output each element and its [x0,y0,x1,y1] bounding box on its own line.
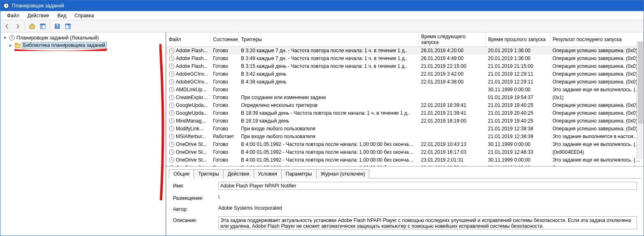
task-row[interactable]: AMDLinkUp...Готово30.11.1999 0:00:00Это … [166,86,644,94]
svg-rect-12 [15,43,18,44]
task-row[interactable]: AdobeGCInv...ГотовоВ 4:38 каждый день22.… [166,78,644,86]
task-row[interactable]: AdobeGCInv...ГотовоВ 3:42 каждый день22.… [166,70,644,78]
tab-triggers[interactable]: Триггеры [194,169,224,178]
svg-rect-1 [30,25,35,29]
task-row[interactable]: CreateExplor...ГотовоПри создании или из… [166,94,644,102]
col-state[interactable]: Состояние [210,32,238,47]
menu-view[interactable]: Вид [53,12,70,19]
task-row[interactable]: OneDrive St...ГотовоВ 4:00 01.05.1992 - … [166,141,644,148]
clock-icon [169,149,175,155]
tab-conditions[interactable]: Условия [254,169,282,178]
tabs: Общие Триггеры Действия Условия Параметр… [169,169,641,178]
clock-icon [169,141,175,147]
author-label: Автор: [173,205,218,212]
action-button[interactable] [63,21,73,31]
tree-library-label: Библиотека планировщика заданий [22,42,106,48]
task-row[interactable]: MindManag...ГотовоВ 16:19 каждый день22.… [166,117,644,125]
task-row[interactable]: GoogleUpda...ГотовоОпределено несколько … [166,102,644,109]
tab-history[interactable]: Журнал (отключен) [316,169,370,178]
task-row[interactable]: Adobe Flash...ГотовоВ 3:15 каждый день -… [166,62,644,70]
task-row[interactable]: ModifyLink...ГотовоПри входе любого поль… [166,125,644,133]
annotation-curve [159,44,166,200]
clock-icon [169,134,175,139]
svg-rect-8 [65,24,70,25]
name-label: Имя: [173,182,218,189]
svg-rect-3 [40,24,45,25]
description-label: Описание: [173,216,218,223]
expand-icon[interactable]: ▸ [9,42,14,48]
tab-actions[interactable]: Действия [223,169,254,178]
svg-text:?: ? [56,23,58,29]
task-row[interactable]: OneDrive St...ГотовоВ 4:00 01.05.1992 - … [166,164,644,167]
tree-panel: ▾ Планировщик заданий (Локальный) ▸ Библ… [0,32,166,236]
name-field[interactable] [218,182,637,190]
col-file[interactable]: Файл [166,32,210,47]
description-field[interactable] [218,216,637,229]
clock-icon [169,102,175,108]
col-triggers[interactable]: Триггеры [238,32,418,47]
tab-settings[interactable]: Параметры [281,169,317,178]
location-label: Размещение: [173,194,218,201]
panel-button[interactable] [38,21,48,31]
task-row[interactable]: MSIAfterbur...РаботаетПри входе любого п… [166,133,644,141]
app-icon [3,2,9,9]
svg-rect-4 [40,25,42,29]
task-row[interactable]: GoogleUpda...ГотовоВ 18:39 каждый день -… [166,109,644,117]
task-row[interactable]: Adobe Flash...ГотовоВ 3:20 каждые 7 дн. … [166,47,644,55]
vertical-scrollbar[interactable] [637,42,644,159]
tree-root[interactable]: ▾ Планировщик заданий (Локальный) [3,34,163,42]
annotation-underline [14,49,107,51]
clock-icon [169,165,175,167]
task-row[interactable]: OneDrive St...ГотовоВ 4:00 01.05.1992 - … [166,148,644,156]
col-lastrun[interactable]: Время прошлого запуска [485,32,550,47]
clock-icon [169,126,175,132]
library-icon [14,42,21,49]
clock-icon [169,48,175,54]
tree-root-label: Планировщик заданий (Локальный) [16,35,99,41]
help-button[interactable]: ? [52,21,62,31]
titlebar: Планировщик заданий [0,0,644,11]
location-value: \ [218,194,637,200]
menu-help[interactable]: Справка [70,12,98,19]
clock-icon [169,157,175,163]
details-panel: Общие Триггеры Действия Условия Параметр… [166,167,644,236]
scheduler-icon [9,35,15,41]
back-button[interactable] [2,21,12,31]
task-row[interactable]: OneDrive St...ГотовоВ 4:00 01.05.1992 - … [166,156,644,164]
menu-file[interactable]: Файл [3,12,23,19]
author-value: Adobe Systems Incorporated [218,205,637,211]
tab-general[interactable]: Общие [169,169,194,178]
col-lastresult[interactable]: Результат последнего запуска [550,32,644,47]
window-title: Планировщик заданий [12,3,64,9]
clock-icon [169,95,175,100]
clock-icon [169,79,175,85]
up-button[interactable] [27,21,37,31]
toolbar: ? [0,20,644,32]
collapse-icon[interactable]: ▾ [4,35,9,41]
clock-icon [169,56,175,61]
clock-icon [169,118,175,124]
task-grid: Файл Состояние Триггеры Время следующего… [166,32,644,167]
menubar: Файл Действие Вид Справка [0,11,644,20]
clock-icon [169,71,175,77]
menu-action[interactable]: Действие [23,12,54,19]
task-row[interactable]: Adobe Flash...ГотовоВ 3:49 каждые 7 дн. … [166,55,644,62]
clock-icon [169,63,175,69]
forward-button[interactable] [13,21,23,31]
clock-icon [169,87,175,93]
col-nextrun[interactable]: Время следующего запуска [418,32,485,47]
tree-library[interactable]: ▸ Библиотека планировщика заданий [3,42,163,49]
svg-rect-9 [68,25,70,29]
svg-point-28 [169,165,174,167]
clock-icon [169,110,175,116]
